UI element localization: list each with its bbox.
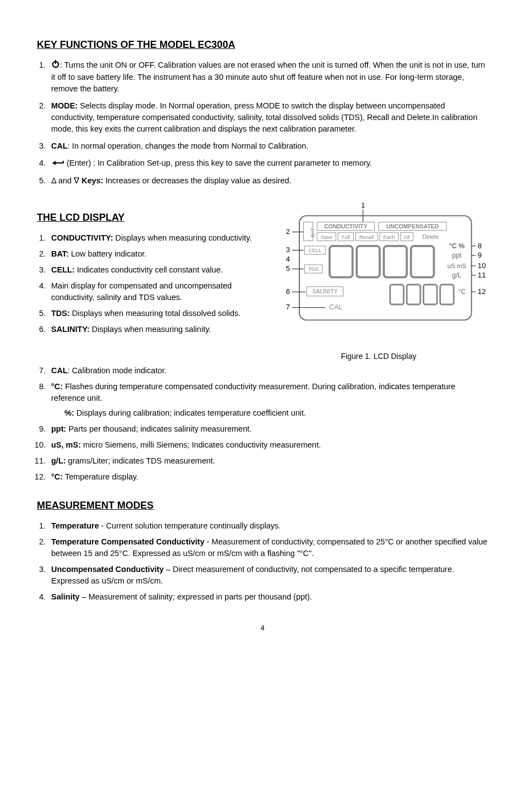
svg-rect-59 [407,285,420,304]
list-item: SALINITY: Displays when measuring salini… [48,324,256,335]
item-text: grams/Liter; indicates TDS measurement. [66,456,215,465]
item-lead: Temperature Compensated Conductivity [51,537,205,546]
list-item: CAL: In normal operation, changes the mo… [48,140,488,152]
item-text: micro Siemens, milli Siemens; Indicates … [81,440,321,449]
item-lead: g/L: [51,456,66,465]
heading-measurement-modes: MEASUREMENT MODES [37,498,488,513]
power-icon [51,59,60,72]
item-text: - Current solution temperature continual… [99,521,281,530]
item-text: : Calibration mode indicator. [68,366,167,375]
svg-text:g/L: g/L [452,271,462,279]
item-text: Selects display mode. In Normal operatio… [51,101,478,133]
item-text: Parts per thousand; indicates salinity m… [66,424,251,433]
svg-text:CONDUCTIVITY: CONDUCTIVITY [324,223,367,229]
lcd-display-figure: 2 3 4 5 6 7 1 8 9 10 11 12 [269,195,488,341]
figure-caption: Figure 1. LCD Display [269,351,488,362]
item-text: : In normal operation, changes the mode … [68,141,309,150]
svg-text:All: All [404,233,410,239]
item-lead: TDS: [51,309,70,318]
svg-rect-49 [384,246,407,277]
key-functions-list: : Turns the unit ON or OFF. Calibration … [37,59,488,187]
item-lead: °C: [51,472,63,481]
item-lead: CAL [51,141,68,150]
svg-text:UNCOMPENSATED: UNCOMPENSATED [386,223,439,229]
svg-text:12: 12 [478,287,486,296]
svg-text:°C: °C [458,288,466,296]
item-text: Flashes during temperature compensated c… [51,382,455,402]
svg-rect-60 [423,285,437,304]
item-text: Increases or decreases the display value… [103,176,292,185]
item-lead: MODE: [51,101,78,110]
list-item: CELL: Indicates conductivity cell consta… [48,264,256,276]
item-sub-lead: %: [64,408,74,417]
list-item: °C: Temperature display. [48,471,488,483]
item-text: Temperature display. [63,472,138,481]
svg-text:6: 6 [286,287,290,296]
item-lead: uS, mS: [51,440,81,449]
list-item: TDS: Displays when measuring total disso… [48,308,256,319]
item-lead: BAT: [51,249,69,258]
list-item: CAL: Calibration mode indicator. [48,365,488,377]
item-lead: CAL [51,366,68,375]
item-text: Displays when measuring salinity. [90,325,211,334]
lcd-display-list-left: CONDUCTIVITY: Displays when measuring co… [37,232,256,335]
list-item: BAT: Low battery indicator. [48,248,256,260]
item-lead: ppt: [51,424,66,433]
list-item: Uncompensated Conductivity – Direct meas… [48,564,488,587]
list-item: MODE: Selects display mode. In Normal op… [48,100,488,135]
svg-text:1: 1 [361,200,365,209]
svg-text:Save: Save [320,233,332,239]
item-lead: CELL: [51,265,75,274]
list-item: Temperature - Current solution temperatu… [48,520,488,532]
svg-text:5: 5 [286,264,290,273]
svg-text:TDS: TDS [308,266,319,272]
item-lead: °C: [51,382,63,391]
svg-text:ppt: ppt [452,251,462,259]
svg-text:10: 10 [478,261,486,269]
item-text: Main display for compensated and uncompe… [51,281,232,302]
svg-text:CELL: CELL [309,247,322,253]
list-item: Temperature Compensated Conductivity - M… [48,536,488,559]
svg-text:2: 2 [286,227,290,236]
item-text: Low battery indicator. [69,249,146,258]
svg-rect-48 [357,246,380,277]
svg-rect-47 [330,246,353,277]
list-item: CONDUCTIVITY: Displays when measuring co… [48,232,256,244]
svg-text:Each: Each [383,233,395,239]
item-text: Displays when measuring conductivity. [113,233,252,242]
svg-rect-1 [55,60,56,64]
item-pre: Δ and ∇ [51,176,81,185]
svg-text:CAL: CAL [329,303,342,311]
svg-text:4: 4 [286,255,290,263]
item-lead: CONDUCTIVITY: [51,233,113,242]
item-lead: Uncompensated Conductivity [51,565,164,574]
list-item: Δ and ∇ Keys: Increases or decreases the… [48,175,488,187]
item-text: Displays when measuring total dissolved … [70,309,240,318]
item-text: Indicates conductivity cell constant val… [75,265,223,274]
item-lead: Keys: [81,176,103,185]
lcd-display-list-bottom: CAL: Calibration mode indicator. °C: Fla… [37,365,488,483]
list-item: Salinity – Measurement of salinity; expr… [48,591,488,603]
list-item: uS, mS: micro Siemens, milli Siemens; In… [48,439,488,451]
svg-text:Delete: Delete [423,233,439,239]
list-item: Main display for compensated and uncompe… [48,280,256,303]
list-item: g/L: grams/Liter; indicates TDS measurem… [48,455,488,467]
svg-text:°C %: °C % [449,242,464,249]
item-lead: Salinity [51,592,80,601]
item-text: – Measurement of salinity; expressed in … [80,592,312,601]
svg-text:3: 3 [286,246,290,254]
svg-text:8: 8 [478,241,482,249]
enter-icon [51,158,64,170]
list-item: (Enter) : In Calibration Set-up, press t… [48,157,488,170]
heading-key-functions: KEY FUNCTIONS OF THE MODEL EC300A [37,37,488,52]
list-item: : Turns the unit ON or OFF. Calibration … [48,59,488,95]
svg-text:Full: Full [342,233,350,239]
svg-text:Recall: Recall [359,233,374,239]
svg-text:7: 7 [286,303,290,311]
heading-lcd-display: THE LCD DISPLAY [37,210,256,225]
svg-text:uS mS: uS mS [447,262,467,269]
svg-text:9: 9 [478,250,482,259]
svg-text:SALINITY: SALINITY [312,288,337,295]
svg-text:11: 11 [478,270,486,279]
list-item: ppt: Parts per thousand; indicates salin… [48,423,488,435]
